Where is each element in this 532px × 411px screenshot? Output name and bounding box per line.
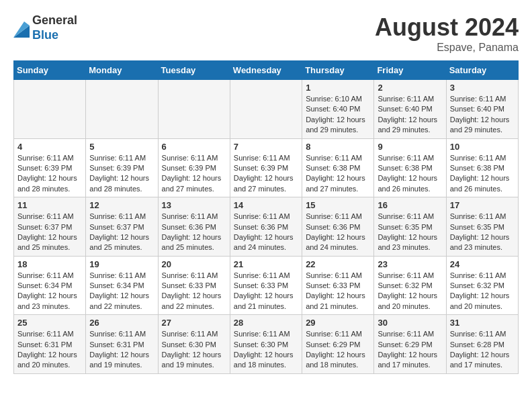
day-number: 23 [378, 259, 442, 269]
day-info: Sunset: 6:30 PM [162, 340, 226, 350]
day-info: Daylight: 12 hours and 20 minutes. [378, 291, 442, 312]
day-info: Sunrise: 6:11 AM [450, 212, 515, 222]
day-info: Daylight: 12 hours and 21 minutes. [306, 291, 370, 312]
day-info: Sunset: 6:33 PM [306, 281, 370, 291]
day-info: Sunrise: 6:11 AM [378, 94, 442, 104]
title-block: August 2024 Espave, Panama [375, 13, 519, 54]
day-number: 22 [306, 259, 370, 269]
day-info: Sunrise: 6:11 AM [162, 212, 226, 222]
day-info: Sunset: 6:35 PM [378, 222, 442, 232]
calendar-cell: 10Sunrise: 6:11 AMSunset: 6:38 PMDayligh… [446, 138, 518, 197]
logo-blue: Blue [32, 28, 77, 43]
day-number: 19 [89, 259, 154, 269]
day-info: Sunset: 6:30 PM [234, 340, 298, 350]
calendar-cell [14, 80, 86, 139]
day-info: Daylight: 12 hours and 23 minutes. [17, 291, 82, 312]
day-info: Sunrise: 6:11 AM [378, 212, 442, 222]
day-info: Sunrise: 6:11 AM [89, 153, 154, 163]
day-info: Daylight: 12 hours and 17 minutes. [450, 350, 515, 371]
day-info: Sunset: 6:31 PM [89, 340, 154, 350]
day-number: 3 [450, 83, 515, 93]
header-day-saturday: Saturday [446, 61, 518, 80]
calendar-cell: 2Sunrise: 6:11 AMSunset: 6:40 PMDaylight… [374, 80, 446, 139]
day-info: Sunset: 6:36 PM [234, 222, 298, 232]
calendar-cell: 7Sunrise: 6:11 AMSunset: 6:39 PMDaylight… [230, 138, 302, 197]
day-info: Sunset: 6:38 PM [306, 163, 370, 173]
calendar-body: 1Sunrise: 6:10 AMSunset: 6:40 PMDaylight… [14, 80, 519, 374]
calendar-cell [86, 80, 158, 139]
day-info: Sunset: 6:34 PM [17, 281, 82, 291]
day-info: Daylight: 12 hours and 20 minutes. [17, 350, 82, 371]
day-info: Sunset: 6:37 PM [89, 222, 154, 232]
day-info: Sunrise: 6:11 AM [306, 212, 370, 222]
day-info: Sunrise: 6:11 AM [162, 153, 226, 163]
day-number: 11 [17, 200, 82, 210]
day-info: Sunrise: 6:11 AM [306, 153, 370, 163]
day-info: Sunset: 6:29 PM [378, 340, 442, 350]
day-info: Sunset: 6:40 PM [450, 104, 515, 114]
day-info: Daylight: 12 hours and 29 minutes. [450, 115, 515, 136]
day-info: Sunset: 6:38 PM [378, 163, 442, 173]
day-number: 27 [162, 318, 226, 328]
day-info: Daylight: 12 hours and 25 minutes. [17, 232, 82, 253]
calendar-cell: 15Sunrise: 6:11 AMSunset: 6:36 PMDayligh… [302, 197, 374, 257]
day-info: Sunrise: 6:11 AM [378, 153, 442, 163]
day-info: Sunrise: 6:11 AM [234, 153, 298, 163]
day-number: 8 [306, 142, 370, 152]
day-info: Daylight: 12 hours and 19 minutes. [89, 350, 154, 371]
day-info: Sunset: 6:40 PM [378, 104, 442, 114]
day-number: 6 [162, 142, 226, 152]
calendar-cell: 18Sunrise: 6:11 AMSunset: 6:34 PMDayligh… [14, 256, 86, 315]
day-number: 13 [162, 200, 226, 210]
day-info: Sunrise: 6:11 AM [17, 271, 82, 281]
calendar-cell: 17Sunrise: 6:11 AMSunset: 6:35 PMDayligh… [446, 197, 518, 257]
day-info: Sunrise: 6:11 AM [450, 94, 515, 104]
day-info: Sunset: 6:39 PM [17, 163, 82, 173]
day-info: Sunset: 6:39 PM [234, 163, 298, 173]
day-info: Sunrise: 6:10 AM [306, 94, 370, 104]
day-info: Sunrise: 6:11 AM [89, 271, 154, 281]
day-number: 21 [234, 259, 298, 269]
day-info: Sunrise: 6:11 AM [162, 329, 226, 339]
day-info: Daylight: 12 hours and 29 minutes. [306, 115, 370, 136]
day-info: Sunset: 6:36 PM [162, 222, 226, 232]
day-info: Sunset: 6:33 PM [234, 281, 298, 291]
day-number: 15 [306, 200, 370, 210]
calendar-cell: 30Sunrise: 6:11 AMSunset: 6:29 PMDayligh… [374, 315, 446, 374]
calendar-cell: 8Sunrise: 6:11 AMSunset: 6:38 PMDaylight… [302, 138, 374, 197]
day-info: Daylight: 12 hours and 29 minutes. [378, 115, 442, 136]
logo-icon [13, 19, 30, 38]
day-info: Sunrise: 6:11 AM [17, 329, 82, 339]
day-info: Daylight: 12 hours and 17 minutes. [378, 350, 442, 371]
calendar-table: SundayMondayTuesdayWednesdayThursdayFrid… [13, 60, 519, 374]
day-info: Sunrise: 6:11 AM [378, 271, 442, 281]
calendar-cell: 25Sunrise: 6:11 AMSunset: 6:31 PMDayligh… [14, 315, 86, 374]
calendar-cell: 13Sunrise: 6:11 AMSunset: 6:36 PMDayligh… [158, 197, 230, 257]
day-info: Sunset: 6:29 PM [306, 340, 370, 350]
day-info: Sunset: 6:32 PM [450, 281, 515, 291]
calendar-cell: 1Sunrise: 6:10 AMSunset: 6:40 PMDaylight… [302, 80, 374, 139]
day-number: 20 [162, 259, 226, 269]
day-info: Daylight: 12 hours and 18 minutes. [306, 350, 370, 371]
calendar-cell: 31Sunrise: 6:11 AMSunset: 6:28 PMDayligh… [446, 315, 518, 374]
day-info: Sunset: 6:31 PM [17, 340, 82, 350]
day-info: Sunrise: 6:11 AM [234, 212, 298, 222]
day-info: Sunrise: 6:11 AM [89, 212, 154, 222]
header-day-friday: Friday [374, 61, 446, 80]
week-row-2: 4Sunrise: 6:11 AMSunset: 6:39 PMDaylight… [14, 138, 519, 197]
month-year: August 2024 [375, 13, 519, 42]
day-number: 31 [450, 318, 515, 328]
day-info: Sunset: 6:40 PM [306, 104, 370, 114]
calendar-cell [158, 80, 230, 139]
calendar-cell: 22Sunrise: 6:11 AMSunset: 6:33 PMDayligh… [302, 256, 374, 315]
week-row-3: 11Sunrise: 6:11 AMSunset: 6:37 PMDayligh… [14, 197, 519, 257]
calendar-cell: 12Sunrise: 6:11 AMSunset: 6:37 PMDayligh… [86, 197, 158, 257]
day-number: 14 [234, 200, 298, 210]
day-number: 10 [450, 142, 515, 152]
day-info: Sunrise: 6:11 AM [306, 271, 370, 281]
calendar-cell: 21Sunrise: 6:11 AMSunset: 6:33 PMDayligh… [230, 256, 302, 315]
header-day-tuesday: Tuesday [158, 61, 230, 80]
day-info: Daylight: 12 hours and 27 minutes. [306, 173, 370, 194]
day-number: 25 [17, 318, 82, 328]
day-info: Sunset: 6:33 PM [162, 281, 226, 291]
